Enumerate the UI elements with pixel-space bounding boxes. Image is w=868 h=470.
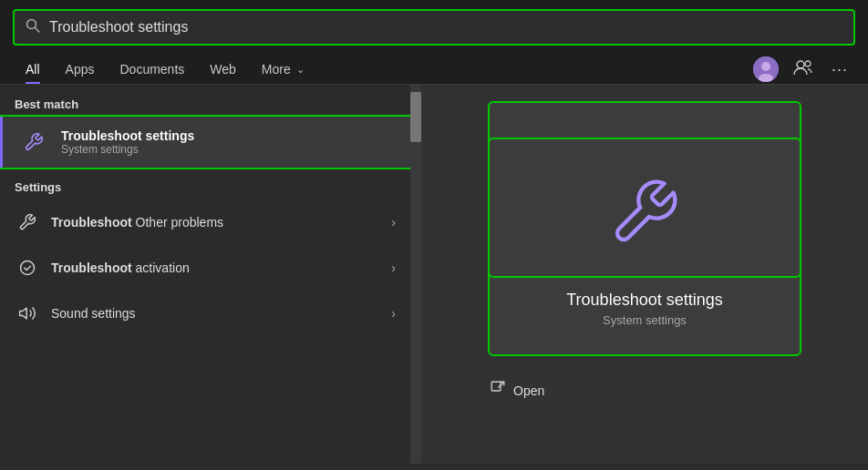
search-container: Troubleshoot settings All Apps Documents…: [0, 0, 868, 85]
avatar[interactable]: [753, 56, 779, 82]
svg-point-3: [761, 62, 770, 71]
window: Troubleshoot settings All Apps Documents…: [0, 0, 868, 464]
left-panel: Best match Troubleshoot settings System …: [0, 85, 410, 464]
people-icon[interactable]: [790, 56, 817, 84]
best-match-text: Troubleshoot settings System settings: [61, 128, 194, 156]
chevron-right-icon: ›: [391, 215, 396, 230]
more-options-icon[interactable]: ···: [828, 58, 852, 81]
chevron-right-icon-3: ›: [391, 306, 396, 321]
tab-all[interactable]: All: [13, 55, 53, 84]
open-action[interactable]: Open: [490, 373, 800, 408]
right-panel: Troubleshoot settings System settings Op…: [421, 85, 868, 464]
list-item-label-troubleshoot-other: Troubleshoot Other problems: [51, 215, 391, 230]
svg-point-6: [805, 61, 811, 66]
result-card-subtitle: System settings: [603, 313, 687, 327]
tab-apps[interactable]: Apps: [53, 55, 108, 84]
svg-marker-8: [20, 308, 27, 319]
chevron-right-icon-2: ›: [391, 261, 396, 275]
list-item-troubleshoot-other[interactable]: Troubleshoot Other problems ›: [0, 199, 410, 245]
svg-point-7: [21, 261, 35, 275]
list-item-label-sound: Sound settings: [51, 306, 391, 321]
result-card-title: Troubleshoot settings: [566, 291, 722, 310]
best-match-item[interactable]: Troubleshoot settings System settings: [0, 117, 410, 168]
svg-point-5: [797, 61, 804, 68]
svg-line-1: [36, 28, 40, 33]
chevron-down-icon: ⌄: [296, 64, 305, 76]
best-match-label: Best match: [0, 85, 410, 117]
settings-section-label: Settings: [0, 171, 410, 199]
tabs-bar: All Apps Documents Web More ⌄: [13, 55, 855, 84]
circle-check-icon: [15, 255, 40, 281]
list-item-label-troubleshoot-activation: Troubleshoot activation: [51, 261, 391, 275]
wrench-icon: [15, 209, 40, 235]
search-icon: [26, 18, 40, 36]
result-card-icon: [490, 139, 800, 276]
best-match-icon: [17, 126, 50, 158]
tabs-right-actions: ···: [753, 56, 855, 84]
tab-more[interactable]: More ⌄: [249, 55, 317, 84]
tab-documents[interactable]: Documents: [107, 55, 197, 84]
list-item-sound-settings[interactable]: Sound settings ›: [0, 291, 410, 336]
sound-icon: [15, 301, 40, 326]
best-match-subtitle: System settings: [61, 143, 194, 156]
main-content: Best match Troubleshoot settings System …: [0, 85, 868, 464]
open-label: Open: [513, 383, 544, 398]
best-match-title: Troubleshoot settings: [61, 128, 194, 143]
list-item-troubleshoot-activation[interactable]: Troubleshoot activation ›: [0, 245, 410, 291]
scrollbar[interactable]: [410, 85, 421, 464]
tab-web[interactable]: Web: [197, 55, 249, 84]
result-card: Troubleshoot settings System settings: [490, 103, 800, 354]
scrollbar-thumb[interactable]: [410, 92, 421, 142]
open-icon: [490, 380, 506, 401]
search-box[interactable]: Troubleshoot settings: [13, 9, 855, 46]
search-input-value: Troubleshoot settings: [49, 19, 188, 36]
